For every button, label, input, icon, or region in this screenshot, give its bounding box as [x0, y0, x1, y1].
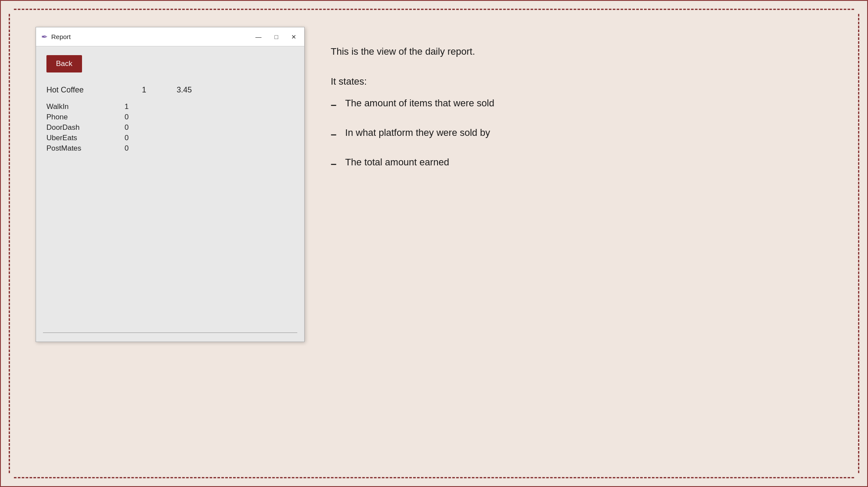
minimize-button[interactable]: — — [253, 33, 264, 41]
border-right — [858, 14, 859, 473]
window-body: Back Hot Coffee 1 3.45 WalkIn1Phone0Door… — [36, 46, 304, 342]
platform-qty: 0 — [125, 144, 151, 153]
window-controls: — □ ✕ — [253, 33, 299, 41]
report-item-price: 3.45 — [177, 86, 220, 95]
list-dash-icon: – — [331, 97, 336, 112]
titlebar-left: ✒ Report — [41, 32, 71, 42]
close-button[interactable]: ✕ — [289, 33, 299, 41]
window-title: Report — [51, 33, 71, 40]
platform-name: PostMates — [46, 144, 125, 153]
description-panel: This is the view of the daily report. It… — [305, 31, 832, 197]
maximize-button[interactable]: □ — [272, 33, 281, 41]
platform-qty: 0 — [125, 113, 151, 122]
list-item-text: The total amount earned — [345, 155, 806, 169]
platform-name: DoorDash — [46, 123, 125, 132]
report-window: ✒ Report — □ ✕ Back Hot Coffee 1 3.45 Wa… — [36, 27, 305, 342]
description-list-item-total-earned: –The total amount earned — [331, 155, 806, 171]
list-item-text: The amount of items that were sold — [345, 96, 806, 110]
window-divider — [43, 332, 297, 333]
platform-qty: 0 — [125, 123, 151, 132]
platform-row: PostMates0 — [46, 144, 294, 153]
platform-name: WalkIn — [46, 102, 125, 111]
main-container: ✒ Report — □ ✕ Back Hot Coffee 1 3.45 Wa… — [1, 1, 867, 486]
report-item-row: Hot Coffee 1 3.45 — [46, 86, 294, 95]
platform-section: WalkIn1Phone0DoorDash0UberEats0PostMates… — [46, 102, 294, 153]
platform-qty: 0 — [125, 134, 151, 142]
description-list-item-items-sold: –The amount of items that were sold — [331, 96, 806, 112]
platform-name: Phone — [46, 113, 125, 122]
platform-row: Phone0 — [46, 113, 294, 122]
platform-qty: 1 — [125, 102, 151, 111]
description-intro: This is the view of the daily report. — [331, 44, 806, 59]
border-top — [14, 9, 854, 10]
platform-row: UberEats0 — [46, 134, 294, 142]
border-bottom — [14, 477, 854, 478]
platform-row: WalkIn1 — [46, 102, 294, 111]
list-item-text: In what platform they were sold by — [345, 125, 806, 140]
report-item-qty: 1 — [142, 86, 177, 95]
platform-row: DoorDash0 — [46, 123, 294, 132]
report-item-name: Hot Coffee — [46, 86, 142, 95]
platform-name: UberEats — [46, 134, 125, 142]
window-app-icon: ✒ — [41, 32, 48, 42]
border-left — [9, 14, 10, 473]
back-button[interactable]: Back — [46, 55, 82, 72]
window-titlebar: ✒ Report — □ ✕ — [36, 27, 304, 46]
description-list: –The amount of items that were sold–In w… — [331, 96, 806, 171]
description-list-item-platform-info: –In what platform they were sold by — [331, 125, 806, 142]
list-dash-icon: – — [331, 126, 336, 142]
list-dash-icon: – — [331, 156, 336, 171]
description-states-label: It states: — [331, 76, 806, 87]
